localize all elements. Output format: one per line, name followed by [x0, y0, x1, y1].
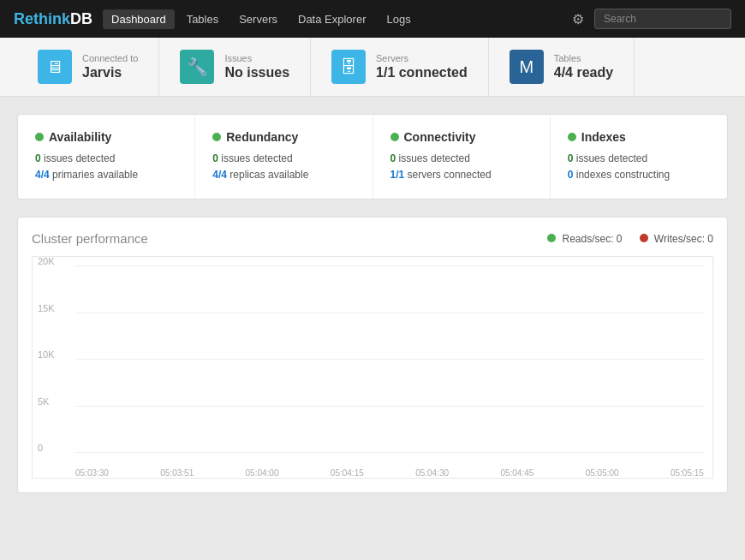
brand-logo[interactable]: RethinkDB	[14, 10, 92, 28]
health-redundancy: Redundancy 0 issues detected 4/4 replica…	[195, 115, 372, 199]
issues-icon: 🔧	[180, 50, 214, 84]
nav-data-explorer[interactable]: Data Explorer	[289, 9, 374, 29]
connected-value: Jarvis	[82, 65, 138, 80]
perf-header: Cluster performance Reads/sec: 0 Writes/…	[32, 231, 713, 246]
connected-icon: 🖥	[38, 50, 72, 84]
x-label-4: 05:04:30	[415, 468, 449, 478]
status-tables-text: Tables 4/4 ready	[554, 53, 613, 80]
connectivity-dot	[390, 133, 399, 141]
x-axis: 05:03:30 05:03:51 05:04:00 05:04:15 05:0…	[75, 468, 704, 478]
redundancy-stats: 0 issues detected 4/4 replicas available	[212, 151, 355, 183]
x-label-5: 05:04:45	[500, 468, 533, 478]
nav-logs[interactable]: Logs	[378, 9, 419, 29]
brand-db: DB	[70, 10, 92, 27]
connectivity-title: Connectivity	[390, 130, 533, 144]
nav-servers[interactable]: Servers	[230, 9, 286, 29]
status-servers-text: Servers 1/1 connected	[376, 53, 468, 80]
writes-dot	[640, 234, 648, 242]
performance-panel: Cluster performance Reads/sec: 0 Writes/…	[17, 217, 728, 493]
status-servers: 🗄 Servers 1/1 connected	[311, 38, 489, 96]
perf-legend: Reads/sec: 0 Writes/sec: 0	[547, 233, 713, 245]
status-issues: 🔧 Issues No issues	[159, 38, 311, 96]
health-availability: Availability 0 issues detected 4/4 prima…	[18, 115, 195, 199]
x-label-6: 05:05:00	[586, 468, 619, 478]
search-input[interactable]	[594, 9, 731, 29]
grid-15k: 15K	[75, 313, 704, 313]
health-indexes: Indexes 0 issues detected 0 indexes cons…	[551, 115, 727, 199]
y-label-5k: 5K	[38, 396, 49, 407]
status-bar: 🖥 Connected to Jarvis 🔧 Issues No issues…	[0, 38, 745, 97]
redundancy-title: Redundancy	[212, 130, 355, 144]
issues-label: Issues	[224, 53, 289, 63]
indexes-stats: 0 issues detected 0 indexes constructing	[568, 151, 710, 183]
x-label-1: 05:03:51	[160, 468, 194, 478]
chart-grid: 20K 15K 10K 5K 0	[75, 265, 704, 452]
grid-5k: 5K	[75, 406, 704, 407]
status-connected: 🖥 Connected to Jarvis	[17, 38, 159, 96]
y-label-10k: 10K	[38, 349, 55, 360]
availability-stats: 0 issues detected 4/4 primaries availabl…	[35, 151, 177, 183]
nav-tables[interactable]: Tables	[178, 9, 228, 29]
nav-dashboard[interactable]: Dashboard	[103, 9, 175, 29]
availability-dot	[35, 133, 44, 141]
y-label-0: 0	[38, 443, 43, 453]
grid-0: 0	[75, 452, 704, 453]
x-label-2: 05:04:00	[246, 468, 279, 478]
main-content: Availability 0 issues detected 4/4 prima…	[0, 97, 745, 510]
indexes-title: Indexes	[568, 130, 710, 144]
status-connected-text: Connected to Jarvis	[82, 53, 138, 80]
navbar: RethinkDB Dashboard Tables Servers Data …	[0, 0, 745, 38]
availability-title: Availability	[35, 130, 177, 144]
servers-label: Servers	[376, 53, 468, 63]
x-label-7: 05:05:15	[670, 468, 704, 478]
connectivity-stats: 0 issues detected 1/1 servers connected	[390, 151, 533, 183]
reads-dot	[547, 234, 556, 242]
health-connectivity: Connectivity 0 issues detected 1/1 serve…	[373, 115, 551, 199]
status-tables: M Tables 4/4 ready	[489, 38, 635, 96]
tables-value: 4/4 ready	[554, 65, 613, 80]
grid-20k: 20K	[75, 265, 704, 266]
x-label-0: 05:03:30	[75, 468, 109, 478]
servers-value: 1/1 connected	[376, 65, 468, 80]
legend-writes: Writes/sec: 0	[640, 233, 713, 245]
legend-reads: Reads/sec: 0	[547, 233, 622, 245]
perf-title: Cluster performance	[32, 231, 148, 246]
indexes-dot	[568, 133, 576, 141]
redundancy-dot	[212, 133, 221, 141]
servers-icon: 🗄	[331, 50, 366, 84]
y-label-20k: 20K	[38, 256, 55, 266]
status-issues-text: Issues No issues	[224, 53, 289, 80]
y-label-15k: 15K	[38, 303, 55, 313]
grid-10k: 10K	[75, 359, 704, 360]
chart-container: 20K 15K 10K 5K 0 05:03:30 05:03:51	[32, 256, 713, 479]
connected-label: Connected to	[82, 53, 138, 63]
settings-icon[interactable]: ⚙	[565, 8, 591, 31]
issues-value: No issues	[224, 65, 289, 80]
x-label-3: 05:04:15	[331, 468, 364, 478]
health-panel: Availability 0 issues detected 4/4 prima…	[17, 114, 728, 200]
tables-label: Tables	[554, 53, 613, 63]
brand-rethink: Rethink	[14, 10, 70, 27]
tables-icon: M	[510, 50, 544, 84]
